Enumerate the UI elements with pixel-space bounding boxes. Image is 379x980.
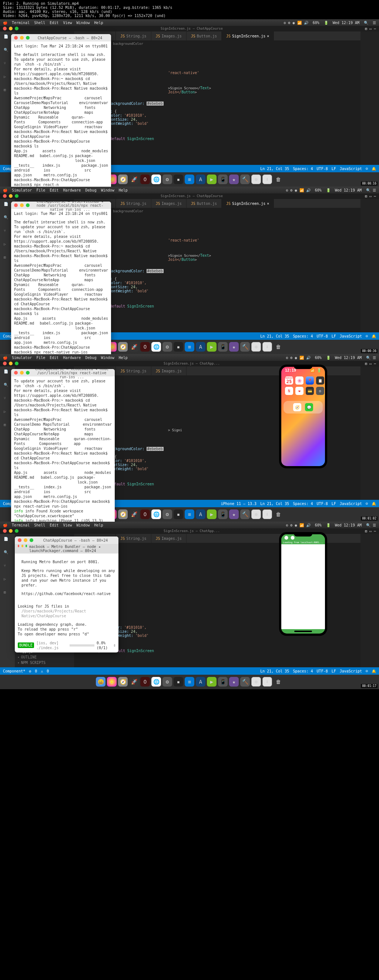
menu-help[interactable]: Help [119, 188, 128, 192]
breadcrumb[interactable]: ... > container > backgroundColor [74, 40, 360, 47]
scm-icon[interactable]: ⑂ [4, 61, 11, 68]
tab-signin[interactable]: JSSignInScreen.js × [222, 32, 274, 40]
vscode-titlebar: SignInScreen.js — ChatAppCourse ⊞ ▭ ⋯ [0, 26, 379, 32]
simulator-label: iPhone 11 — 13.3 [221, 502, 257, 506]
minimize-icon[interactable] [20, 36, 24, 40]
iphone-simulator[interactable]: ⬤ ⬤ Loading from localhost:8081... [279, 532, 327, 636]
bundle-badge: BUNDLE [18, 643, 34, 648]
ios-status-icons: 📶 🔋 [310, 368, 321, 371]
battery-pct: 60% [313, 21, 319, 25]
timecode: 00:01:17 [361, 684, 377, 688]
timecode: 00:01:02 [361, 517, 377, 520]
window-actions[interactable]: ⊞ ▭ ⋯ [365, 27, 376, 31]
status-cursor[interactable]: Ln 21, Col 35 [260, 167, 289, 171]
dock-terminal[interactable]: ▪ [174, 175, 183, 184]
tab-string[interactable]: JSString.js [116, 32, 151, 40]
macos-menubar: 🍎 Terminal Shell Edit View Window Help ⊙… [0, 19, 379, 26]
dock-simulator[interactable]: 📱 [218, 175, 228, 184]
app-reminders[interactable]: 📋 [316, 376, 324, 385]
app-photos[interactable]: 🌸 [295, 376, 303, 385]
terminal-titlebar[interactable]: ChatAppCourse — -bash — 80×24 [11, 34, 111, 41]
dock-launchpad[interactable]: 🚀 [129, 175, 139, 184]
dock-chrome[interactable]: 🌐 [151, 175, 161, 184]
menu-help[interactable]: Help [94, 21, 103, 25]
search-icon[interactable]: 🔍 [364, 21, 368, 25]
editor-area: JSConstants.js JSString.js JSImages.js J… [74, 32, 360, 165]
app-maps[interactable]: 📍 [306, 376, 314, 385]
clock: Wed 12:19 AM [333, 21, 359, 25]
terminal-tab[interactable]: macbook — Metro Bundler — node ◂ launchP… [29, 545, 116, 553]
frame-4: 🍎TerminalShellEditViewWindowHelp⊙ ⚙ ◉ 📶 … [0, 522, 379, 689]
status-eol[interactable]: LF [331, 167, 336, 171]
status-spaces[interactable]: Spaces: 4 [293, 167, 313, 171]
menu-edit[interactable]: Edit [49, 21, 59, 25]
terminal-window-metro[interactable]: ChatAppCourse — -bash — 80×24 macbook — … [15, 536, 119, 652]
extensions-icon[interactable]: ⊞ [4, 88, 11, 95]
macos-menubar: 🍎 Simulator File Edit Hardware Debug Win… [0, 187, 379, 193]
menu-terminal[interactable]: Terminal [12, 21, 30, 25]
menu-file[interactable]: File [36, 188, 45, 192]
dock-appstore[interactable]: A [196, 175, 205, 184]
ios-home-screen[interactable]: 12:19📶 🔋 THURSDAY25 🌸 📍 📋 N ❤ 💳 ⚙ 🧭 💬 [281, 367, 325, 466]
frame-1: 🍎 Terminal Shell Edit View Window Help ⊙… [0, 19, 379, 187]
app-safari[interactable]: 🧭 [293, 403, 301, 411]
maximize-icon[interactable] [26, 36, 30, 40]
dock-imovie[interactable]: ★ [229, 175, 239, 184]
app-calendar[interactable]: THURSDAY25 [285, 376, 293, 385]
dock-downloads[interactable]: ⬇ [262, 175, 272, 184]
menu-window[interactable]: Window [76, 21, 90, 25]
dock-safari[interactable]: 🧭 [118, 175, 128, 184]
home-indicator[interactable] [294, 631, 312, 632]
loading-banner: Loading from localhost:8081... [281, 540, 325, 544]
terminal-output[interactable]: Last login: Tue Mar 24 23:18:24 on ttys0… [11, 41, 111, 189]
dock-settings[interactable]: ⚙ [162, 175, 172, 184]
close-icon[interactable] [14, 36, 18, 40]
loading-app-screen: ⬤ ⬤ Loading from localhost:8081... [281, 534, 325, 633]
frame-3: 🍎SimulatorFileEditHardwareDebugWindowHel… [0, 354, 379, 522]
dock-opera[interactable]: O [140, 175, 150, 184]
notifications-icon[interactable]: ☰ [373, 21, 376, 25]
status-lang[interactable]: JavaScript [340, 167, 362, 171]
tab-images[interactable]: JSImages.js [151, 32, 187, 40]
apple-menu-icon[interactable]: 🍎 [3, 188, 7, 192]
debug-icon[interactable]: ▷ [4, 75, 11, 82]
status-bell-icon[interactable]: 🔔 [372, 167, 376, 171]
menu-hardware[interactable]: Hardware [63, 188, 81, 192]
dock-vscode[interactable]: ≡ [185, 175, 194, 184]
menu-view[interactable]: View [63, 21, 72, 25]
dock-android[interactable]: ▶ [207, 175, 217, 184]
file-info: File: 2. Running on Simulators.mp4 Size:… [0, 0, 379, 19]
timecode: 00:00:36 [361, 349, 377, 353]
tab-button[interactable]: JSButton.js [187, 32, 222, 40]
minimap[interactable] [360, 32, 379, 165]
terminal-title: ChatAppCourse — -bash — 80×24 [32, 36, 108, 40]
dock-trash[interactable]: 🗑 [274, 175, 283, 184]
menu-shell[interactable]: Shell [34, 21, 45, 25]
iphone-notch [294, 364, 312, 369]
menu-debug[interactable]: Debug [86, 188, 97, 192]
timecode: 00:00:16 [361, 181, 377, 186]
app-wallet[interactable]: 💳 [306, 387, 314, 395]
terminal-window[interactable]: ChatAppCourse — DTServiceHub ◂ node /usr… [11, 202, 111, 371]
app-messages[interactable]: 💬 [305, 403, 313, 411]
iphone-simulator[interactable]: 12:19📶 🔋 THURSDAY25 🌸 📍 📋 N ❤ 💳 ⚙ 🧭 💬 [279, 364, 327, 468]
explorer-icon[interactable]: 📄 [4, 35, 11, 42]
tray-icons[interactable]: ⊙ ⚙ ◉ 📶 🔊 [284, 21, 308, 25]
code-editor[interactable]: 'react-native' >Signin Screen</Text> Joi… [74, 47, 360, 165]
apple-menu-icon[interactable]: 🍎 [3, 21, 7, 25]
terminal-window[interactable]: ChatAppCourse — -bash — 80×24 Last login… [11, 34, 111, 189]
search-icon[interactable]: 🔍 [4, 48, 11, 55]
app-settings[interactable]: ⚙ [316, 387, 324, 395]
status-encoding[interactable]: UTF-8 [317, 167, 328, 171]
menu-edit[interactable]: Edit [49, 188, 59, 192]
menu-window[interactable]: Window [101, 188, 114, 192]
status-feedback-icon[interactable]: ☺ [366, 167, 368, 171]
progress-bar [70, 644, 94, 646]
menu-simulator[interactable]: Simulator [12, 188, 32, 192]
editor-tabs: JSConstants.js JSString.js JSImages.js J… [74, 32, 360, 40]
ios-dock: 🧭 💬 [284, 401, 323, 414]
app-news[interactable]: N [285, 387, 293, 395]
app-health[interactable]: ❤ [295, 387, 303, 395]
dock-expose[interactable]: ⊕ [251, 175, 261, 184]
dock-xcode[interactable]: 🔨 [240, 175, 250, 184]
